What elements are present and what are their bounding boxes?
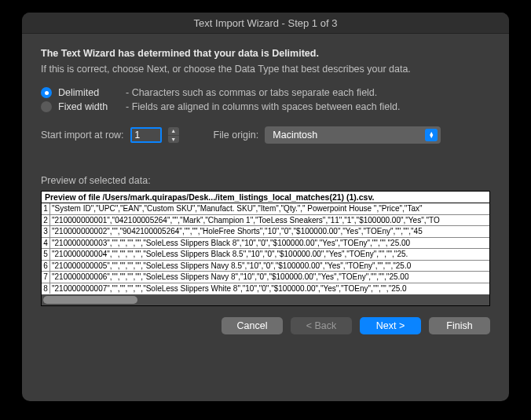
line-text: "210000000005","","","","","SoleLess Sli… [50,261,411,272]
line-text: "210000000001","042100005264","","Mark",… [50,215,440,226]
file-origin-label: File origin: [214,130,259,141]
radio-fixed-width-label: Fixed width [58,101,119,112]
scroll-thumb[interactable] [43,296,137,304]
preview-line: 3"210000000002","","9042100005264","",""… [42,225,489,237]
line-text: "210000000006","","","","","SoleLess Sli… [50,272,408,283]
cancel-button[interactable]: Cancel [222,317,283,334]
stepper-up-icon[interactable]: ▲ [168,127,179,136]
import-wizard-window: Text Import Wizard - Step 1 of 3 The Tex… [22,13,509,401]
stepper-down-icon[interactable]: ▼ [168,136,179,144]
radio-delimited-desc: - Characters such as commas or tabs sepa… [126,87,377,98]
line-number: 8 [42,283,50,294]
line-text: "210000000007","","","","","SoleLess Sli… [50,283,407,294]
preview-line: 4"210000000003","","","","","SoleLess Sl… [42,237,489,249]
wizard-heading: The Text Wizard has determined that your… [41,48,490,59]
line-text: "System ID","UPC","EAN","Custom SKU","Ma… [50,203,423,214]
finish-button[interactable]: Finish [429,317,490,334]
line-number: 1 [42,203,50,214]
line-text: "210000000003","","","","","SoleLess Sli… [50,238,410,249]
back-button[interactable]: < Back [291,317,352,334]
start-row-label: Start import at row: [41,130,124,141]
radio-fixed-width[interactable] [41,101,52,112]
line-number: 2 [42,215,50,226]
radio-delimited[interactable] [41,87,52,98]
radio-fixed-width-desc: - Fields are aligned in columns with spa… [126,101,401,112]
wizard-buttons: Cancel < Back Next > Finish [41,317,490,334]
file-origin-value: Macintosh [273,130,317,141]
next-button[interactable]: Next > [360,317,421,334]
file-origin-select[interactable]: Macintosh ▲▼ [265,126,441,144]
preview-box: Preview of file /Users/mark.quirapas/Des… [41,191,490,306]
data-type-options: Delimited - Characters such as commas or… [41,87,490,112]
wizard-subheading: If this is correct, choose Next, or choo… [41,64,490,75]
line-number: 4 [42,238,50,249]
line-number: 3 [42,226,50,237]
start-row-input[interactable] [130,127,162,143]
preview-line: 1"System ID","UPC","EAN","Custom SKU","M… [42,203,489,214]
preview-line: 2"210000000001","042100005264","","Mark"… [42,214,489,226]
titlebar: Text Import Wizard - Step 1 of 3 [22,13,509,34]
line-text: "210000000004","","","","","SoleLess Sli… [50,249,408,260]
preview-rows: 1"System ID","UPC","EAN","Custom SKU","M… [42,203,489,294]
line-number: 7 [42,272,50,283]
wizard-body: The Text Wizard has determined that your… [22,34,509,401]
preview-line: 7"210000000006","","","","","SoleLess Sl… [42,271,489,283]
horizontal-scrollbar[interactable] [42,294,489,305]
line-number: 5 [42,249,50,260]
option-delimited-row: Delimited - Characters such as commas or… [41,87,490,98]
select-caret-icon: ▲▼ [425,129,438,141]
line-number: 6 [42,261,50,272]
preview-section-label: Preview of selected data: [41,175,490,186]
preview-line: 6"210000000005","","","","","SoleLess Sl… [42,260,489,272]
preview-line: 5"210000000004","","","","","SoleLess Sl… [42,248,489,260]
line-text: "210000000002","","9042100005264","","",… [50,226,423,237]
window-title: Text Import Wizard - Step 1 of 3 [194,17,338,29]
radio-delimited-label: Delimited [58,87,119,98]
import-controls-row: Start import at row: ▲ ▼ File origin: Ma… [41,126,490,144]
start-row-stepper[interactable]: ▲ ▼ [168,127,179,143]
preview-file-header: Preview of file /Users/mark.quirapas/Des… [42,192,489,203]
option-fixed-row: Fixed width - Fields are aligned in colu… [41,101,490,112]
preview-line: 8"210000000007","","","","","SoleLess Sl… [42,283,489,294]
